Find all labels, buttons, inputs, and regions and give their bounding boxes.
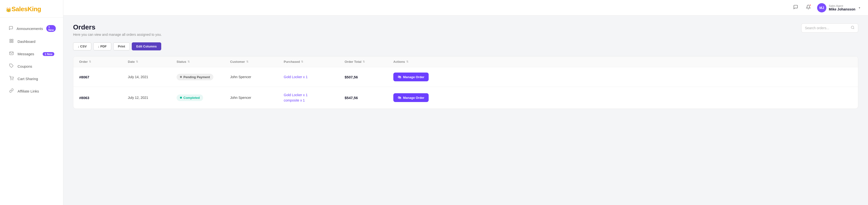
sidebar-nav: Announcements 1 New Dashboard Messages 1… [0, 18, 63, 205]
order-total: $547,56 [345, 96, 393, 100]
announcements-badge: 1 New [46, 25, 56, 32]
bag-icon: 🛍 [398, 75, 401, 79]
order-id: #8063 [79, 96, 128, 100]
notification-dot [809, 4, 811, 6]
sidebar-item-dashboard[interactable]: Dashboard [3, 36, 60, 47]
status-badge: Pending Payment [177, 74, 213, 80]
sidebar-item-dashboard-label: Dashboard [18, 39, 35, 43]
messages-badge: 1 New [42, 52, 54, 56]
page-title: Orders [73, 23, 162, 31]
order-date: July 14, 2021 [128, 75, 177, 79]
notifications-button[interactable] [804, 3, 812, 12]
col-status: Status ⇅ [177, 60, 230, 64]
logo-crown: 👑 [6, 7, 11, 12]
order-customer: John Spencer [230, 75, 284, 79]
dashboard-icon [9, 39, 14, 44]
sort-customer-icon[interactable]: ⇅ [246, 60, 248, 63]
manage-order-button[interactable]: 🛍 Manage Order [393, 73, 429, 81]
col-customer: Customer ⇅ [230, 60, 284, 64]
sort-status-icon[interactable]: ⇅ [188, 60, 190, 63]
avatar: MJ [817, 3, 826, 12]
status-badge: Completed [177, 95, 203, 101]
bag-icon: 🛍 [398, 96, 401, 100]
sidebar: 👑SalesKing Announcements 1 New Dashboard… [0, 0, 63, 205]
main-content: MJ Sales Agent Mike Johansson ▾ Orders H… [63, 0, 868, 205]
search-input[interactable] [805, 26, 849, 30]
svg-point-5 [11, 80, 11, 80]
order-status: Completed [177, 95, 230, 101]
col-total: Order Total ⇅ [345, 60, 393, 64]
svg-line-8 [854, 28, 854, 29]
svg-rect-0 [10, 39, 11, 40]
user-name: Mike Johansson [829, 7, 855, 11]
order-total: $507,56 [345, 75, 393, 79]
svg-point-6 [13, 80, 13, 80]
col-order: Order ⇅ [79, 60, 128, 64]
edit-columns-button[interactable]: Edit Columns [132, 42, 161, 50]
sort-total-icon[interactable]: ⇅ [363, 60, 365, 63]
pdf-button[interactable]: ↓ PDF [93, 42, 111, 50]
order-customer: John Spencer [230, 96, 284, 100]
svg-point-7 [851, 26, 854, 29]
svg-rect-1 [12, 39, 13, 40]
col-extra [442, 60, 457, 64]
col-actions: Actions ⇅ [393, 60, 442, 64]
affiliate-links-icon [9, 89, 14, 94]
col-purchased: Purchased ⇅ [284, 60, 345, 64]
coupons-icon [9, 64, 14, 69]
sidebar-item-affiliate-links[interactable]: Affiliate Links [3, 85, 60, 97]
sidebar-item-messages[interactable]: Messages 1 New [3, 48, 60, 60]
sort-purchased-icon[interactable]: ⇅ [301, 60, 303, 63]
announcements-icon [9, 26, 13, 31]
search-box[interactable] [801, 23, 858, 33]
top-header: MJ Sales Agent Mike Johansson ▾ [63, 0, 868, 15]
sidebar-item-announcements-label: Announcements [17, 27, 43, 31]
order-actions: 🛍 Manage Order [393, 93, 442, 102]
page-title-group: Orders Here you can view and manage all … [73, 23, 162, 36]
page-header: Orders Here you can view and manage all … [73, 23, 858, 36]
user-role: Sales Agent [829, 4, 855, 7]
sidebar-item-coupons-label: Coupons [18, 64, 32, 68]
search-icon [851, 26, 855, 30]
order-purchased: Gold Locker x 1 [284, 74, 345, 80]
sidebar-item-messages-label: Messages [18, 52, 34, 56]
sidebar-item-cart-sharing-label: Cart Sharing [18, 77, 38, 81]
order-id: #8067 [79, 75, 128, 79]
table-row: #8063 July 12, 2021 Completed John Spenc… [73, 87, 858, 109]
sidebar-item-coupons[interactable]: Coupons [3, 60, 60, 72]
svg-rect-3 [10, 41, 11, 43]
status-dot [180, 97, 182, 99]
order-status: Pending Payment [177, 74, 230, 80]
table-row: #8067 July 14, 2021 Pending Payment John… [73, 67, 858, 87]
sort-date-icon[interactable]: ⇅ [136, 60, 138, 63]
sort-order-icon[interactable]: ⇅ [89, 60, 91, 63]
status-dot [180, 76, 182, 78]
toolbar: ↓ CSV ↓ PDF Print Edit Columns [73, 42, 858, 50]
col-date: Date ⇅ [128, 60, 177, 64]
logo: 👑SalesKing [0, 0, 63, 18]
page-subtitle: Here you can view and manage all orders … [73, 33, 162, 36]
sidebar-item-cart-sharing[interactable]: Cart Sharing [3, 73, 60, 85]
orders-table: Order ⇅ Date ⇅ Status ⇅ Customer ⇅ Purch… [73, 56, 858, 109]
page-body: Orders Here you can view and manage all … [63, 15, 868, 205]
order-purchased: Gold Locker x 1 composite x 1 [284, 92, 345, 103]
chat-button[interactable] [792, 3, 800, 12]
chevron-down-icon: ▾ [859, 6, 860, 9]
manage-order-button[interactable]: 🛍 Manage Order [393, 93, 429, 102]
print-button[interactable]: Print [113, 42, 130, 50]
messages-icon [9, 51, 14, 57]
order-date: July 12, 2021 [128, 96, 177, 100]
sidebar-item-announcements[interactable]: Announcements 1 New [3, 22, 60, 35]
cart-sharing-icon [9, 76, 14, 81]
order-actions: 🛍 Manage Order [393, 73, 442, 81]
table-header: Order ⇅ Date ⇅ Status ⇅ Customer ⇅ Purch… [73, 57, 858, 67]
sidebar-item-affiliate-links-label: Affiliate Links [18, 89, 39, 93]
svg-rect-2 [12, 41, 13, 43]
sort-actions-icon[interactable]: ⇅ [406, 60, 408, 63]
logo-sales: Sales [12, 5, 28, 13]
csv-button[interactable]: ↓ CSV [73, 42, 91, 50]
logo-king: King [28, 5, 41, 13]
user-profile[interactable]: MJ Sales Agent Mike Johansson ▾ [817, 3, 860, 12]
user-text: Sales Agent Mike Johansson [829, 4, 855, 11]
